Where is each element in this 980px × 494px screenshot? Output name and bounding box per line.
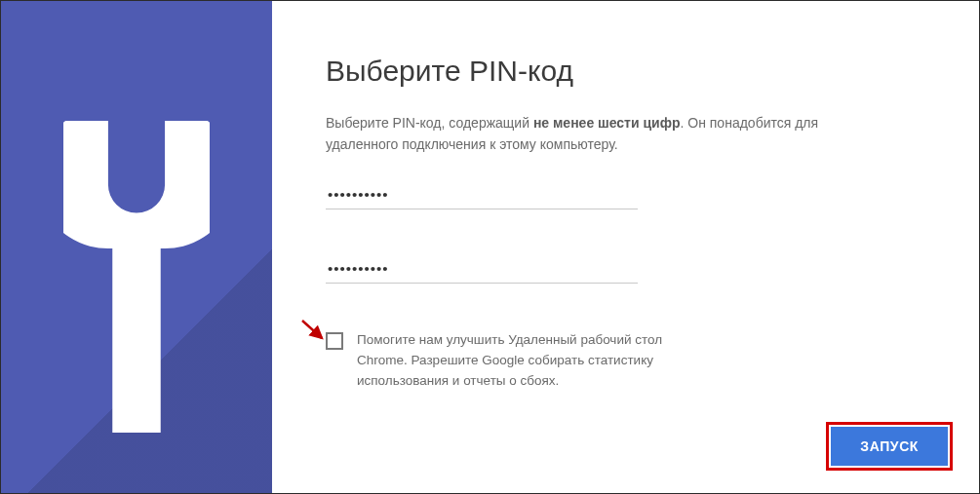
left-illustration-panel [1,1,272,493]
content-panel: Выберите PIN-код Выберите PIN-код, содер… [272,1,979,493]
desc-bold: не менее шести цифр [533,115,681,131]
annotation-arrow-icon [300,319,328,344]
description-text: Выберите PIN-код, содержащий не менее ше… [326,113,872,155]
desc-before: Выберите PIN-код, содержащий [326,115,533,131]
launch-button[interactable]: ЗАПУСК [831,427,948,466]
wrench-icon [63,121,210,433]
pin-input[interactable] [326,178,638,209]
dialog-container: Выберите PIN-код Выберите PIN-код, содер… [0,0,980,494]
page-title: Выберите PIN-код [326,55,925,88]
stats-checkbox[interactable] [326,332,343,350]
pin-confirm-input[interactable] [326,252,638,284]
stats-checkbox-label: Помогите нам улучшить Удаленный рабочий … [357,330,677,392]
svg-line-0 [302,321,322,338]
stats-checkbox-row: Помогите нам улучшить Удаленный рабочий … [326,330,677,392]
